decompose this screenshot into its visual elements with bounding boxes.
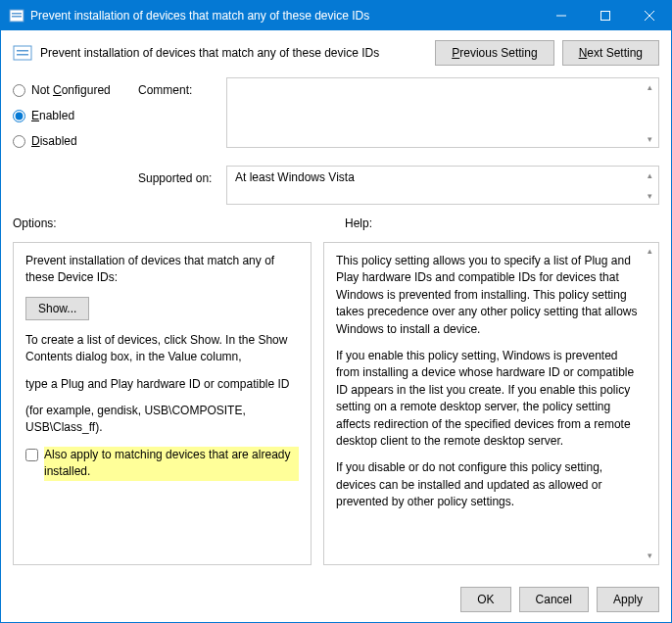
radio-disabled-input[interactable]	[13, 135, 25, 148]
radio-enabled-input[interactable]	[13, 110, 25, 122]
also-apply-label: Also apply to matching devices that are …	[44, 447, 299, 481]
scroll-down-icon[interactable]: ▾	[642, 130, 658, 147]
radio-not-configured[interactable]: Not Configured	[13, 83, 128, 97]
help-text: This policy setting allows you to specif…	[336, 253, 641, 338]
supported-textbox: At least Windows Vista ▴ ▾	[226, 166, 659, 205]
help-text: If you enable this policy setting, Windo…	[336, 348, 641, 450]
ok-button[interactable]: OK	[460, 587, 510, 612]
scroll-down-icon[interactable]: ▾	[648, 550, 652, 562]
also-apply-checkbox[interactable]	[25, 449, 38, 461]
show-button[interactable]: Show...	[25, 297, 89, 320]
radio-not-configured-input[interactable]	[13, 84, 25, 97]
minimize-button[interactable]	[539, 1, 583, 30]
svg-rect-7	[14, 46, 31, 60]
scroll-up-icon[interactable]: ▴	[642, 78, 658, 95]
svg-rect-8	[17, 50, 28, 52]
supported-label: Supported on:	[138, 166, 218, 205]
options-text: Prevent installation of devices that mat…	[25, 253, 299, 287]
apply-button[interactable]: Apply	[597, 587, 659, 612]
policy-dialog: Prevent installation of devices that mat…	[0, 0, 672, 623]
header: Prevent installation of devices that mat…	[1, 30, 671, 70]
options-panel: Prevent installation of devices that mat…	[13, 242, 312, 565]
maximize-button[interactable]	[583, 1, 627, 30]
options-label: Options:	[13, 216, 57, 230]
also-apply-checkbox-row[interactable]: Also apply to matching devices that are …	[25, 447, 299, 481]
supported-value: At least Windows Vista	[235, 170, 355, 184]
options-text: type a Plug and Play hardware ID or comp…	[25, 376, 299, 393]
window-title: Prevent installation of devices that mat…	[30, 9, 539, 23]
options-text: To create a list of devices, click Show.…	[25, 332, 299, 366]
comment-label: Comment:	[138, 77, 218, 148]
svg-rect-2	[12, 16, 22, 18]
scroll-up-icon[interactable]: ▴	[648, 245, 652, 258]
cancel-button[interactable]: Cancel	[519, 587, 589, 612]
scrollbar[interactable]: ▴ ▾	[642, 243, 658, 564]
svg-rect-9	[17, 54, 28, 56]
help-text: If you disable or do not configure this …	[336, 459, 641, 510]
radio-enabled[interactable]: Enabled	[13, 109, 128, 122]
help-panel: This policy setting allows you to specif…	[323, 242, 659, 565]
help-label: Help:	[345, 216, 372, 230]
comment-textbox[interactable]: ▴ ▾	[226, 77, 659, 148]
radio-disabled[interactable]: Disabled	[13, 134, 128, 148]
titlebar: Prevent installation of devices that mat…	[1, 1, 671, 30]
scroll-up-icon[interactable]: ▴	[642, 167, 658, 183]
policy-icon	[9, 8, 24, 24]
close-button[interactable]	[627, 1, 671, 30]
next-setting-button[interactable]: Next Setting	[562, 40, 659, 66]
options-text: (for example, gendisk, USB\COMPOSITE, US…	[25, 403, 299, 437]
scroll-down-icon[interactable]: ▾	[642, 187, 658, 204]
dialog-buttons: OK Cancel Apply	[1, 577, 671, 622]
policy-icon	[13, 43, 32, 63]
svg-rect-4	[600, 12, 609, 21]
state-radios: Not Configured Enabled Disabled	[13, 77, 128, 205]
header-title: Prevent installation of devices that mat…	[40, 46, 435, 60]
previous-setting-button[interactable]: Previous Setting	[435, 40, 553, 66]
svg-rect-1	[12, 13, 22, 15]
